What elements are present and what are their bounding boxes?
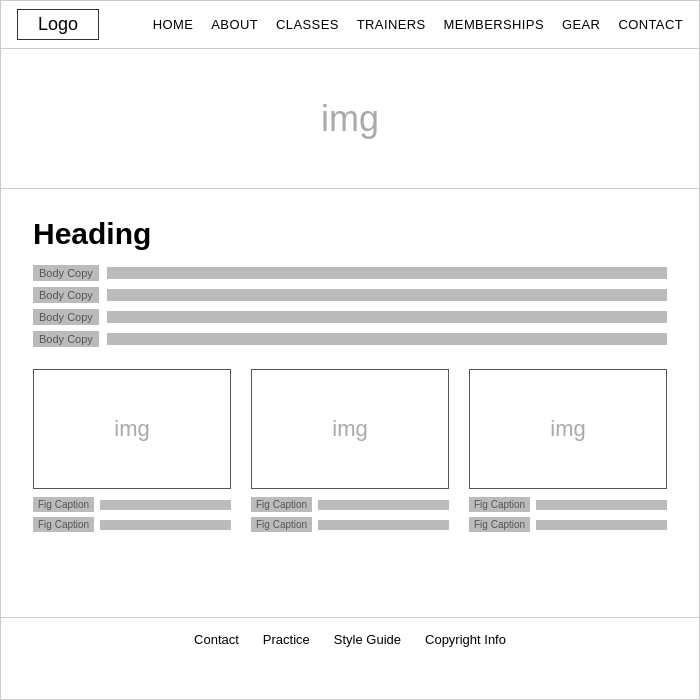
- body-copy-row-4: Body Copy: [33, 331, 667, 347]
- fig-caption-row-1-2: Fig Caption: [33, 517, 231, 532]
- body-copy-label-1: Body Copy: [33, 265, 99, 281]
- fig-caption-row-3-2: Fig Caption: [469, 517, 667, 532]
- footer-link-practice[interactable]: Practice: [263, 632, 310, 647]
- fig-caption-bar-1-2: [100, 520, 231, 530]
- nav-memberships[interactable]: MEMBERSHIPS: [444, 17, 544, 32]
- fig-caption-row-2-2: Fig Caption: [251, 517, 449, 532]
- fig-caption-bar-1-1: [100, 500, 231, 510]
- image-card-3: img Fig Caption Fig Caption: [469, 369, 667, 537]
- hero-section: img: [1, 49, 699, 189]
- body-copy-bar-2: [107, 289, 667, 301]
- body-copy-label-3: Body Copy: [33, 309, 99, 325]
- logo[interactable]: Logo: [17, 9, 99, 40]
- image-placeholder-1: img: [33, 369, 231, 489]
- body-copy-bar-1: [107, 267, 667, 279]
- fig-caption-row-1-1: Fig Caption: [33, 497, 231, 512]
- footer-link-contact[interactable]: Contact: [194, 632, 239, 647]
- fig-caption-label-2-2: Fig Caption: [251, 517, 312, 532]
- body-copy-row-1: Body Copy: [33, 265, 667, 281]
- nav-contact[interactable]: CONTACT: [618, 17, 683, 32]
- main-nav: HOME ABOUT CLASSES TRAINERS MEMBERSHIPS …: [153, 17, 683, 32]
- fig-caption-label-3-2: Fig Caption: [469, 517, 530, 532]
- nav-gear[interactable]: GEAR: [562, 17, 600, 32]
- fig-caption-bar-3-1: [536, 500, 667, 510]
- body-copy-bar-3: [107, 311, 667, 323]
- header: Logo HOME ABOUT CLASSES TRAINERS MEMBERS…: [1, 1, 699, 49]
- fig-caption-row-3-1: Fig Caption: [469, 497, 667, 512]
- main-content: Heading Body Copy Body Copy Body Copy Bo…: [1, 189, 699, 557]
- footer-link-copyright[interactable]: Copyright Info: [425, 632, 506, 647]
- body-copy-row-2: Body Copy: [33, 287, 667, 303]
- fig-caption-bar-2-1: [318, 500, 449, 510]
- body-copy-bar-4: [107, 333, 667, 345]
- image-placeholder-2: img: [251, 369, 449, 489]
- nav-about[interactable]: ABOUT: [211, 17, 258, 32]
- fig-caption-label-1-1: Fig Caption: [33, 497, 94, 512]
- body-copy-label-4: Body Copy: [33, 331, 99, 347]
- fig-caption-bar-3-2: [536, 520, 667, 530]
- nav-trainers[interactable]: TRAINERS: [357, 17, 426, 32]
- main-heading: Heading: [33, 217, 667, 251]
- fig-caption-bar-2-2: [318, 520, 449, 530]
- image-grid: img Fig Caption Fig Caption img Fig Capt…: [33, 369, 667, 537]
- fig-caption-label-2-1: Fig Caption: [251, 497, 312, 512]
- image-placeholder-3: img: [469, 369, 667, 489]
- fig-caption-row-2-1: Fig Caption: [251, 497, 449, 512]
- footer-link-style-guide[interactable]: Style Guide: [334, 632, 401, 647]
- image-card-1: img Fig Caption Fig Caption: [33, 369, 231, 537]
- image-card-2: img Fig Caption Fig Caption: [251, 369, 449, 537]
- body-copy-row-3: Body Copy: [33, 309, 667, 325]
- nav-home[interactable]: HOME: [153, 17, 194, 32]
- body-copy-label-2: Body Copy: [33, 287, 99, 303]
- hero-image-placeholder: img: [321, 98, 379, 140]
- fig-caption-label-1-2: Fig Caption: [33, 517, 94, 532]
- fig-caption-label-3-1: Fig Caption: [469, 497, 530, 512]
- footer: Contact Practice Style Guide Copyright I…: [1, 617, 699, 661]
- nav-classes[interactable]: CLASSES: [276, 17, 339, 32]
